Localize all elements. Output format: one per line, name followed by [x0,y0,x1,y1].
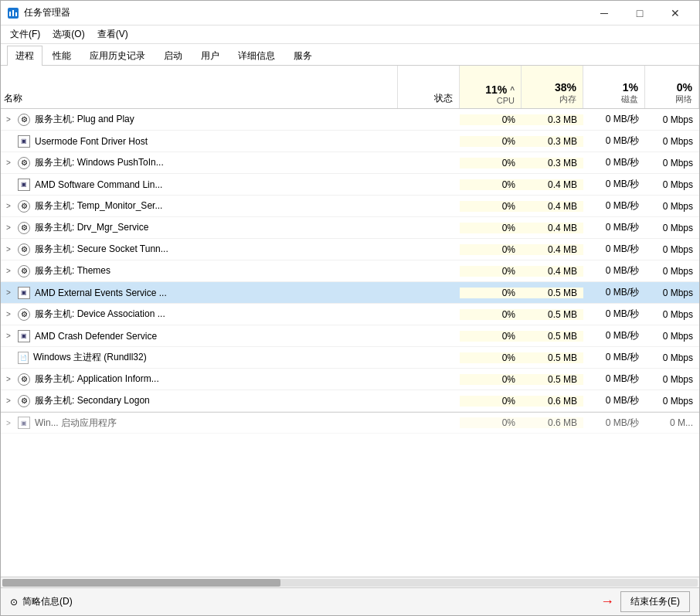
expand-arrow-icon[interactable]: > [4,419,13,427]
process-icon: ⚙ [18,157,30,169]
menu-options[interactable]: 选项(O) [46,26,90,43]
col-header-status[interactable]: 状态 [398,66,460,108]
process-memory: 0.5 MB [522,352,583,363]
table-row[interactable]: >▣Win... 启动应用程序0%0.6 MB0 MB/秒0 M... [1,412,699,434]
table-row[interactable]: ▣AMD Software Command Lin...0%0.4 MB0 MB… [1,174,699,196]
tab-performance[interactable]: 性能 [44,46,80,66]
process-cpu: 0% [460,417,522,428]
expand-arrow-icon[interactable]: > [4,202,13,210]
process-cpu: 0% [460,352,522,363]
process-name: 服务主机: Secure Socket Tunn... [35,243,168,256]
table-row[interactable]: >⚙服务主机: Secure Socket Tunn...0%0.4 MB0 M… [1,239,699,260]
col-name-label: 名称 [4,92,22,105]
process-disk: 0 MB/秒 [583,394,645,407]
maximize-button[interactable]: □ [622,1,658,26]
table-row[interactable]: >⚙服务主机: Themes0%0.4 MB0 MB/秒0 Mbps [1,260,699,282]
process-name-cell: >⚙服务主机: Themes [1,264,398,277]
process-cpu: 0% [460,288,522,298]
col-header-name[interactable]: 名称 [1,66,398,108]
table-row[interactable]: >⚙服务主机: Application Inform...0%0.5 MB0 M… [1,369,699,390]
process-memory: 0.4 MB [522,223,583,233]
col-header-disk[interactable]: 1% 磁盘 [583,66,645,108]
scrollbar-track[interactable] [2,579,698,587]
process-icon: ▣ [18,179,30,191]
expand-arrow-icon[interactable]: > [4,396,13,405]
col-header-memory[interactable]: 38% 内存 [522,66,583,108]
process-memory: 0.6 MB [522,417,583,428]
process-icon: ⚙ [18,114,30,126]
expand-arrow-icon[interactable]: > [4,310,13,318]
table-row[interactable]: >⚙服务主机: Drv_Mgr_Service0%0.4 MB0 MB/秒0 M… [1,217,699,239]
expand-arrow-icon[interactable]: > [4,245,13,254]
disk-label: 磁盘 [621,94,638,105]
process-name: 服务主机: Plug and Play [35,113,134,126]
process-disk: 0 MB/秒 [583,329,645,342]
process-disk: 0 MB/秒 [583,178,645,191]
process-memory: 0.5 MB [522,374,583,385]
expand-arrow-icon[interactable]: > [4,115,13,124]
process-name: 服务主机: Application Inform... [35,373,159,386]
process-memory: 0.4 MB [522,201,583,212]
process-memory: 0.3 MB [522,114,583,125]
menu-file[interactable]: 文件(F) [4,26,46,43]
horizontal-scrollbar[interactable] [1,577,699,587]
process-name-cell: >⚙服务主机: Plug and Play [1,113,398,126]
process-disk: 0 MB/秒 [583,308,645,321]
process-name: Usermode Font Driver Host [35,136,148,147]
process-name-cell: >▣AMD Crash Defender Service [1,330,398,342]
process-name: AMD Software Command Lin... [35,179,162,190]
table-row[interactable]: >⚙服务主机: Secondary Logon0%0.6 MB0 MB/秒0 M… [1,390,699,412]
col-status-label: 状态 [434,92,453,105]
window-controls: ─ □ ✕ [586,1,693,26]
table-row[interactable]: >▣AMD External Events Service ...0%0.5 M… [1,282,699,304]
tab-process[interactable]: 进程 [7,46,42,66]
table-body[interactable]: >⚙服务主机: Plug and Play0%0.3 MB0 MB/秒0 Mbp… [1,109,699,577]
tab-users[interactable]: 用户 [192,46,228,66]
table-row[interactable]: >▣AMD Crash Defender Service0%0.5 MB0 MB… [1,325,699,347]
process-name-cell: ▣Usermode Font Driver Host [1,135,398,148]
expand-arrow-icon[interactable]: > [4,158,13,167]
close-button[interactable]: ✕ [658,1,693,26]
menu-view[interactable]: 查看(V) [91,26,134,43]
expand-arrow-icon[interactable]: > [4,375,13,383]
col-header-cpu[interactable]: 11% ^ CPU [460,66,522,108]
expand-arrow-icon[interactable]: > [4,288,13,297]
process-name-cell: >⚙服务主机: Secondary Logon [1,394,398,407]
process-name-cell: >▣Win... 启动应用程序 [1,417,398,430]
process-name-cell: >⚙服务主机: Temp_Monitor_Ser... [1,199,398,213]
process-cpu: 0% [460,374,522,385]
process-network: 0 Mbps [645,352,699,363]
table-row[interactable]: 📄Windows 主进程 (Rundll32)0%0.5 MB0 MB/秒0 M… [1,347,699,369]
minimize-button[interactable]: ─ [586,1,622,26]
table-row[interactable]: >⚙服务主机: Plug and Play0%0.3 MB0 MB/秒0 Mbp… [1,109,699,131]
end-task-button[interactable]: 结束任务(E) [620,591,690,612]
process-name: 服务主机: Drv_Mgr_Service [35,221,148,234]
process-cpu: 0% [460,158,522,168]
menu-bar: 文件(F) 选项(O) 查看(V) [1,26,699,44]
tab-startup[interactable]: 启动 [155,46,191,66]
process-disk: 0 MB/秒 [583,156,645,169]
col-header-network[interactable]: 0% 网络 [645,66,699,108]
process-memory: 0.5 MB [522,309,583,320]
process-network: 0 Mbps [645,114,699,125]
process-disk: 0 MB/秒 [583,373,645,386]
expand-arrow-icon[interactable]: > [4,332,13,340]
scrollbar-thumb[interactable] [2,579,280,587]
tab-services[interactable]: 服务 [285,46,321,66]
summary-button[interactable]: ⊙ 简略信息(D) [10,595,73,608]
tab-detail[interactable]: 详细信息 [229,46,284,66]
table-row[interactable]: >⚙服务主机: Windows PushToIn...0%0.3 MB0 MB/… [1,152,699,174]
tab-app-history[interactable]: 应用历史记录 [81,46,154,66]
process-disk: 0 MB/秒 [583,113,645,126]
expand-arrow-icon[interactable]: > [4,267,13,275]
table-row[interactable]: >⚙服务主机: Device Association ...0%0.5 MB0 … [1,304,699,325]
table-row[interactable]: ▣Usermode Font Driver Host0%0.3 MB0 MB/秒… [1,131,699,152]
expand-arrow-icon[interactable]: > [4,223,13,232]
process-icon: ⚙ [18,265,30,277]
process-memory: 0.4 MB [522,266,583,277]
process-disk: 0 MB/秒 [583,221,645,234]
svg-rect-2 [12,10,14,16]
table-row[interactable]: >⚙服务主机: Temp_Monitor_Ser...0%0.4 MB0 MB/… [1,196,699,217]
app-icon [7,7,19,19]
process-cpu: 0% [460,396,522,407]
